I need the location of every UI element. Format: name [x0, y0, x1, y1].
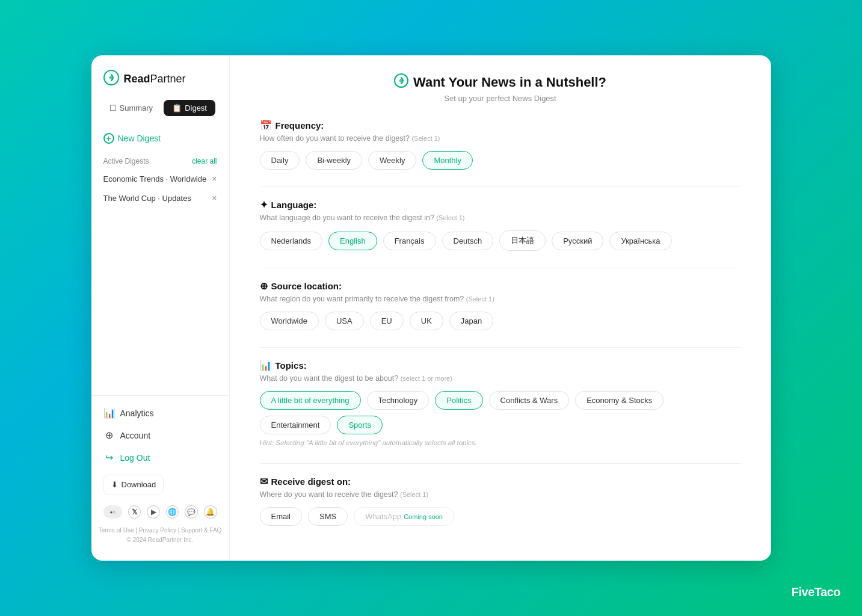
topics-section: 📊 Topics: What do you want the digest to… — [260, 360, 741, 446]
freq-daily[interactable]: Daily — [260, 151, 300, 170]
lang-deutsch[interactable]: Deutsch — [442, 232, 494, 250]
globe-icon[interactable]: 🌐 — [166, 505, 179, 519]
youtube-icon[interactable]: ▶ — [147, 505, 160, 519]
sidebar: ReadPartner ☐ Summary 📋 Digest + New Dig… — [91, 55, 230, 561]
account-icon: ⊕ — [103, 430, 115, 441]
receive-email[interactable]: Email — [260, 507, 303, 526]
fivetaco-watermark: FiveTaco — [792, 585, 840, 599]
topic-everything[interactable]: A little bit of everything — [260, 391, 361, 410]
active-digests-header: Active Digests clear all — [91, 149, 229, 169]
lang-francais[interactable]: Français — [383, 232, 436, 250]
language-icon: ✦ — [260, 199, 268, 211]
logout-nav-item[interactable]: ↪ Log Out — [91, 446, 229, 469]
lang-russian[interactable]: Русский — [552, 232, 603, 250]
logo-area: ReadPartner — [91, 70, 229, 100]
receive-on-title: ✉ Receive digest on: — [260, 476, 741, 487]
analytics-icon: 📊 — [103, 407, 115, 419]
frequency-section: 📅 Frequency: How often do you want to re… — [260, 120, 741, 170]
frequency-options: Daily Bi-weekly Weekly Monthly — [260, 151, 741, 170]
topic-conflicts[interactable]: Conflicts & Wars — [489, 391, 570, 410]
source-location-title: ⊕ Source location: — [260, 280, 741, 292]
topic-technology[interactable]: Technology — [367, 391, 429, 410]
toggle-icon[interactable]: ●○ — [103, 505, 122, 519]
loc-japan[interactable]: Japan — [449, 312, 493, 330]
new-digest-button[interactable]: + New Digest — [91, 128, 229, 149]
nav-tabs: ☐ Summary 📋 Digest — [91, 100, 229, 128]
bell-icon[interactable]: 🔔 — [204, 505, 217, 519]
lang-ukrainian[interactable]: Українська — [609, 232, 671, 250]
account-nav-item[interactable]: ⊕ Account — [91, 424, 229, 446]
digest-item-1-close[interactable]: × — [212, 193, 217, 203]
receive-on-icon: ✉ — [260, 476, 268, 487]
receive-on-subtitle: Where do you want to receive the digest?… — [260, 490, 741, 499]
topic-entertainment[interactable]: Entertainment — [260, 416, 331, 434]
frequency-icon: 📅 — [260, 120, 272, 131]
logout-icon: ↪ — [103, 452, 115, 463]
freq-weekly[interactable]: Weekly — [368, 151, 416, 170]
language-subtitle: What language do you want to receive the… — [260, 214, 741, 222]
analytics-nav-item[interactable]: 📊 Analytics — [91, 402, 229, 424]
x-twitter-icon[interactable]: 𝕏 — [128, 505, 141, 519]
digest-tab[interactable]: 📋 Digest — [164, 100, 215, 116]
language-section: ✦ Language: What language do you want to… — [260, 199, 741, 251]
digest-item-1: The World Cup · Updates × — [91, 188, 229, 208]
frequency-subtitle: How often do you want to receive the dig… — [260, 134, 741, 143]
digest-icon: 📋 — [172, 103, 182, 112]
download-button[interactable]: ⬇ Download — [103, 475, 164, 494]
frequency-title: 📅 Frequency: — [260, 120, 741, 131]
digest-item-0: Economic Trends · Worldwide × — [91, 169, 229, 188]
lang-japanese[interactable]: 日本語 — [499, 230, 546, 251]
active-digests-label: Active Digests — [103, 157, 149, 165]
topics-hint-text: Hint: Selecting "A little bit of everyth… — [260, 439, 741, 446]
freq-biweekly[interactable]: Bi-weekly — [306, 151, 362, 170]
loc-worldwide[interactable]: Worldwide — [260, 312, 319, 330]
chat-icon[interactable]: 💬 — [185, 505, 198, 519]
main-header: Want Your News in a Nutshell? Set up you… — [260, 73, 741, 103]
header-icon — [394, 73, 408, 91]
source-location-subtitle: What region do you want primarily to rec… — [260, 295, 741, 303]
main-content: Want Your News in a Nutshell? Set up you… — [230, 55, 771, 561]
footer-links: Terms of Use | Privacy Policy | Support … — [91, 523, 229, 545]
language-options: Nederlands English Français Deutsch 日本語 … — [260, 230, 741, 251]
language-title: ✦ Language: — [260, 199, 741, 211]
topic-politics[interactable]: Politics — [435, 391, 482, 410]
source-location-options: Worldwide USA EU UK Japan — [260, 312, 741, 330]
logo-icon — [103, 70, 119, 88]
download-icon: ⬇ — [111, 480, 118, 489]
topic-sports[interactable]: Sports — [337, 416, 383, 434]
source-location-icon: ⊕ — [260, 280, 268, 292]
topic-economy[interactable]: Economy & Stocks — [575, 391, 663, 410]
app-card: ReadPartner ☐ Summary 📋 Digest + New Dig… — [91, 55, 771, 561]
freq-monthly[interactable]: Monthly — [422, 151, 473, 170]
lang-english[interactable]: English — [328, 232, 377, 250]
loc-usa[interactable]: USA — [325, 312, 364, 330]
main-header-title: Want Your News in a Nutshell? — [260, 73, 741, 91]
logo-text: ReadPartner — [124, 73, 186, 85]
source-location-section: ⊕ Source location: What region do you wa… — [260, 280, 741, 330]
receive-sms[interactable]: SMS — [308, 507, 348, 526]
receive-on-options: Email SMS WhatsAppComing soon — [260, 507, 741, 526]
clear-all-button[interactable]: clear all — [192, 157, 217, 165]
receive-whatsapp[interactable]: WhatsAppComing soon — [354, 507, 454, 526]
topics-title: 📊 Topics: — [260, 360, 741, 371]
topics-subtitle: What do you want the digest to be about?… — [260, 374, 741, 383]
summary-icon: ☐ — [109, 103, 117, 112]
summary-tab[interactable]: ☐ Summary — [101, 100, 162, 116]
sidebar-bottom: 📊 Analytics ⊕ Account ↪ Log Out ⬇ Downlo… — [91, 395, 229, 551]
topics-icon: 📊 — [260, 360, 272, 371]
social-icons-row: ●○ 𝕏 ▶ 🌐 💬 🔔 — [91, 500, 229, 523]
digest-item-0-close[interactable]: × — [212, 174, 217, 183]
receive-on-section: ✉ Receive digest on: Where do you want t… — [260, 476, 741, 526]
loc-eu[interactable]: EU — [370, 312, 404, 330]
main-header-subtitle: Set up your perfect News Digest — [260, 94, 741, 103]
topics-options: A little bit of everything Technology Po… — [260, 391, 741, 434]
lang-nederlands[interactable]: Nederlands — [260, 232, 323, 250]
loc-uk[interactable]: UK — [410, 312, 443, 330]
plus-circle-icon: + — [103, 133, 114, 144]
